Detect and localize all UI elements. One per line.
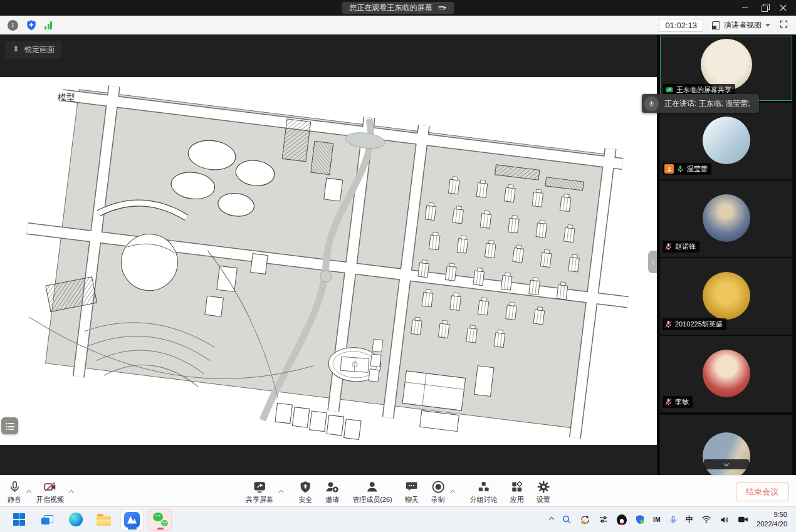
mic-muted-icon: [664, 320, 673, 328]
participant-tile[interactable]: 温莹蕾: [660, 103, 792, 179]
participant-tile[interactable]: 赵诺锋: [660, 180, 792, 257]
tray-expand-button[interactable]: [550, 518, 553, 521]
participant-name: 2010225胡英盛: [675, 320, 723, 329]
participant-name: 王东临的屏幕共享: [676, 85, 731, 95]
windows-taskbar: IM 中: [0, 506, 796, 532]
meeting-app-icon: [124, 512, 140, 528]
share-options-expander[interactable]: [276, 486, 286, 497]
meeting-app-window: 您正在观看王东临的屏幕 01:02:13: [0, 0, 796, 532]
participant-name-bar: 温莹蕾: [662, 163, 711, 175]
folder-icon: [97, 516, 111, 526]
wifi-tray-icon[interactable]: [701, 515, 711, 524]
avatar: [703, 194, 750, 242]
record-options-expander[interactable]: [448, 486, 458, 497]
floating-list-button[interactable]: [1, 417, 18, 434]
participant-tile[interactable]: 2010225胡英盛: [660, 258, 792, 335]
microphone-icon: [644, 96, 659, 111]
mute-button[interactable]: 静音: [8, 480, 21, 504]
fullscreen-icon: [779, 19, 788, 29]
task-view-icon: [41, 515, 53, 524]
scroll-participants-down-button[interactable]: [704, 459, 749, 469]
qq-tray-icon[interactable]: [617, 514, 627, 525]
im-tray-icon[interactable]: IM: [653, 516, 661, 523]
wechat-button[interactable]: [149, 509, 172, 531]
breakout-rooms-button[interactable]: 分组讨论: [470, 480, 498, 504]
breakout-rooms-icon: [477, 480, 490, 494]
network-signal-icon[interactable]: [45, 21, 53, 29]
meeting-app-button[interactable]: [120, 509, 144, 531]
file-explorer-button[interactable]: [92, 509, 115, 531]
avatar: [701, 39, 752, 90]
volume-tray-icon[interactable]: [720, 515, 730, 524]
fullscreen-button[interactable]: [779, 19, 788, 31]
settings-gear-icon: [537, 480, 550, 494]
security-shield-icon: [299, 480, 312, 494]
record-button[interactable]: 录制: [431, 480, 445, 504]
task-view-button[interactable]: [36, 509, 59, 531]
view-mode-label: 演讲者视图: [724, 20, 762, 31]
invite-button[interactable]: 邀请: [325, 480, 340, 504]
pin-icon: [12, 46, 20, 54]
participant-tile[interactable]: 王东临的屏幕共享: [660, 36, 792, 101]
meeting-main-area: 模型 锁定画面: [0, 34, 796, 475]
apps-button[interactable]: 应用: [510, 480, 524, 504]
share-screen-button[interactable]: 共享屏幕: [246, 480, 273, 504]
clock-date: 2022/4/20: [757, 519, 787, 529]
chevron-right-icon: [649, 259, 654, 264]
restore-icon: [762, 6, 767, 11]
camera-tray-icon[interactable]: [738, 515, 748, 524]
minimize-button[interactable]: [736, 0, 755, 16]
start-button[interactable]: [8, 509, 31, 531]
caret-down-icon: [443, 7, 447, 9]
minimize-icon: [742, 8, 748, 8]
windows-security-tray-icon[interactable]: [635, 514, 645, 524]
ime-indicator[interactable]: 中: [686, 514, 693, 525]
record-icon: [431, 480, 445, 494]
participant-name-bar: 2010225胡英盛: [662, 318, 726, 330]
chat-button[interactable]: 聊天: [405, 480, 419, 504]
mic-on-icon: [676, 165, 684, 173]
running-indicator: [128, 528, 137, 529]
video-options-expander[interactable]: [66, 486, 76, 497]
meeting-topbar: 01:02:13 演讲者视图: [0, 16, 796, 34]
participant-name-bar: 李敏: [662, 396, 693, 408]
shared-screen-canvas: 模型: [0, 77, 657, 445]
meeting-info-icon[interactable]: [8, 20, 18, 31]
close-icon: [780, 4, 787, 11]
sliders-tray-icon[interactable]: [599, 514, 609, 524]
end-meeting-button[interactable]: 结束会议: [736, 482, 788, 501]
security-shield-icon[interactable]: [26, 19, 37, 31]
chevron-down-icon: [724, 461, 729, 466]
restore-button[interactable]: [755, 0, 773, 16]
clock-time: 9:50: [774, 510, 787, 519]
window-controls: [736, 0, 792, 16]
security-button[interactable]: 安全: [298, 480, 312, 504]
avatar: [703, 272, 750, 320]
layout-icon: [712, 21, 720, 29]
viewing-screen-menu[interactable]: 您正在观看王东临的屏幕: [342, 2, 454, 14]
mute-options-expander[interactable]: [24, 486, 34, 497]
close-button[interactable]: [773, 0, 792, 16]
manage-members-button[interactable]: 管理成员(26): [352, 480, 392, 504]
windows-logo-icon: [13, 513, 26, 526]
participant-tile[interactable]: 李敏: [660, 336, 792, 412]
participant-name: 赵诺锋: [675, 242, 696, 251]
edge-icon: [69, 513, 83, 526]
sidebar-collapse-tab[interactable]: [648, 251, 657, 273]
lock-view-button[interactable]: 锁定画面: [5, 41, 61, 58]
taskbar-clock[interactable]: 9:50 2022/4/20: [757, 510, 790, 529]
speaking-indicator-text: 正在讲话: 王东临; 温莹蕾;: [664, 98, 750, 109]
model-tab-label: 模型: [58, 92, 75, 103]
screen-share-icon: [665, 86, 674, 94]
lock-view-label: 锁定画面: [24, 44, 55, 55]
members-icon: [366, 480, 379, 494]
settings-button[interactable]: 设置: [537, 480, 550, 504]
window-titlebar: 您正在观看王东临的屏幕: [0, 0, 796, 16]
sync-tray-icon[interactable]: [580, 514, 590, 525]
edge-browser-button[interactable]: [64, 509, 87, 531]
architecture-model-drawing: [0, 77, 657, 445]
view-mode-button[interactable]: 演讲者视图: [712, 20, 770, 31]
search-tray-icon[interactable]: [562, 514, 572, 524]
start-video-button[interactable]: 开启视频: [36, 480, 64, 504]
microphone-tray-icon[interactable]: [669, 515, 678, 524]
